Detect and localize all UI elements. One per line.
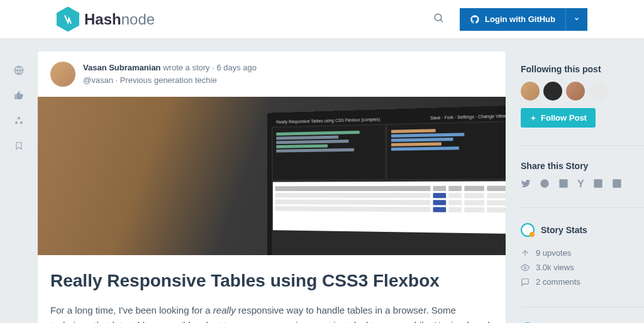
follower-avatar[interactable]	[589, 82, 608, 101]
svg-rect-11	[613, 179, 621, 187]
post-card: Vasan Subramanian wrote a story · 6 days…	[38, 52, 506, 323]
svg-rect-9	[559, 179, 567, 187]
logo[interactable]: Hashnode	[57, 7, 155, 32]
stats-icon	[521, 223, 535, 237]
follow-post-button[interactable]: Follow Post	[521, 108, 596, 128]
follower-avatar[interactable]	[543, 82, 562, 101]
facebook-icon[interactable]	[593, 178, 603, 190]
right-sidebar: Following this post Follow Post Share th…	[506, 52, 644, 323]
svg-point-13	[524, 266, 526, 269]
svg-point-0	[435, 14, 441, 21]
svg-point-5	[20, 121, 23, 124]
login-github-button[interactable]: Login with GitHub	[460, 8, 565, 31]
svg-point-4	[15, 121, 18, 124]
divider	[521, 307, 644, 307]
twitter-icon[interactable]	[521, 178, 531, 190]
follower-avatars	[521, 82, 644, 101]
arrow-up-icon	[521, 249, 530, 258]
following-heading: Following this post	[521, 64, 644, 74]
author-handle[interactable]: @vasan	[83, 75, 113, 85]
stat-views: 3.0k views	[521, 260, 644, 275]
search-icon	[433, 13, 445, 24]
divider	[521, 207, 644, 208]
hackernews-icon[interactable]: Y	[577, 178, 584, 190]
post-timestamp: 6 days ago	[216, 63, 257, 72]
hero-image: Really Responsive Tables using CSS Flexb…	[38, 97, 506, 255]
linkedin-icon[interactable]	[558, 178, 569, 190]
plus-icon	[530, 114, 537, 122]
author-avatar[interactable]	[50, 62, 75, 87]
svg-point-3	[18, 117, 20, 119]
author-name[interactable]: Vasan Subramanian	[83, 63, 161, 72]
main-header: Hashnode Login with GitHub	[0, 0, 644, 39]
author-tagline: Previous generation techie	[120, 75, 217, 85]
login-label: Login with GitHub	[485, 14, 555, 24]
nodes-icon[interactable]	[6, 108, 31, 133]
eye-icon	[521, 263, 530, 272]
follower-avatar[interactable]	[566, 82, 585, 101]
post-meta: Vasan Subramanian wrote a story · 6 days…	[38, 52, 506, 97]
login-button-group: Login with GitHub	[460, 8, 587, 31]
thumbs-up-icon[interactable]	[6, 83, 31, 108]
divider	[521, 145, 644, 146]
post-title: Really Responsive Tables using CSS3 Flex…	[50, 270, 493, 292]
googleplus-icon[interactable]	[612, 178, 622, 190]
left-rail	[0, 52, 38, 323]
follower-avatar[interactable]	[521, 82, 540, 101]
globe-icon[interactable]	[6, 58, 31, 83]
search-button[interactable]	[433, 13, 445, 26]
logo-text: Hashnode	[84, 11, 155, 28]
github-icon	[470, 14, 480, 25]
chevron-down-icon	[574, 16, 580, 22]
svg-point-8	[540, 179, 548, 187]
post-intro-text: For a long time, I've been looking for a…	[50, 303, 493, 323]
bookmark-icon[interactable]	[6, 133, 31, 158]
stat-upvotes: 9 upvotes	[521, 246, 644, 260]
svg-rect-10	[594, 179, 602, 187]
comment-icon	[521, 278, 530, 287]
reddit-icon[interactable]	[540, 178, 550, 190]
share-heading: Share this Story	[521, 161, 644, 171]
svg-line-1	[440, 19, 443, 22]
stat-comments: 2 comments	[521, 275, 644, 289]
share-icons-row: Y	[521, 178, 644, 190]
stats-heading: Story Stats	[541, 225, 587, 235]
logo-icon	[57, 7, 79, 32]
login-dropdown-button[interactable]	[565, 8, 587, 31]
